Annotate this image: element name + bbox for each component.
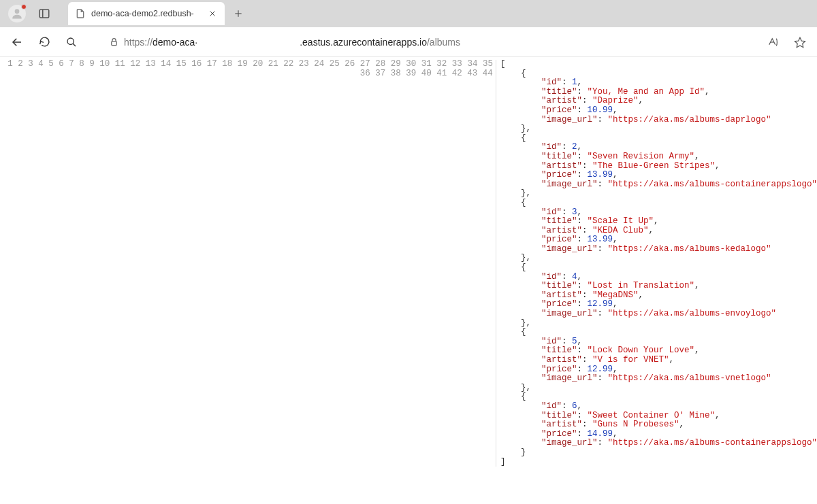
svg-point-0 <box>15 9 20 14</box>
back-button[interactable] <box>5 31 29 54</box>
svg-line-9 <box>73 44 76 46</box>
site-info-icon[interactable] <box>108 36 120 48</box>
svg-rect-1 <box>39 10 49 18</box>
svg-point-8 <box>67 38 74 44</box>
address-bar[interactable]: https://demo-aca· .eastus.azurecontainer… <box>87 31 757 53</box>
json-viewer: 1 2 3 4 5 6 7 8 9 10 11 12 13 14 15 16 1… <box>0 57 817 467</box>
search-button[interactable] <box>60 31 83 54</box>
svg-marker-11 <box>795 37 805 47</box>
read-aloud-button[interactable] <box>761 31 784 54</box>
url-text: https://demo-aca· .eastus.azurecontainer… <box>124 37 460 48</box>
tab-close-button[interactable] <box>207 8 218 19</box>
favorite-button[interactable] <box>788 31 812 54</box>
line-number-gutter: 1 2 3 4 5 6 7 8 9 10 11 12 13 14 15 16 1… <box>0 60 496 467</box>
notification-dot-icon <box>21 4 27 10</box>
svg-rect-10 <box>111 41 116 46</box>
refresh-button[interactable] <box>33 31 56 54</box>
profile-avatar[interactable] <box>8 5 26 22</box>
document-icon <box>75 8 86 19</box>
tab-strip: demo-aca-demo2.redbush- <box>0 0 817 27</box>
new-tab-button[interactable] <box>229 4 248 23</box>
side-panel-toggle[interactable] <box>35 5 53 22</box>
browser-tab[interactable]: demo-aca-demo2.redbush- <box>68 2 225 25</box>
browser-chrome: demo-aca-demo2.redbush- <box>0 0 817 27</box>
browser-toolbar: https://demo-aca· .eastus.azurecontainer… <box>0 27 817 57</box>
tab-title: demo-aca-demo2.redbush- <box>91 9 202 18</box>
json-content: [ { "id": 1, "title": "You, Me and an Ap… <box>496 60 817 467</box>
